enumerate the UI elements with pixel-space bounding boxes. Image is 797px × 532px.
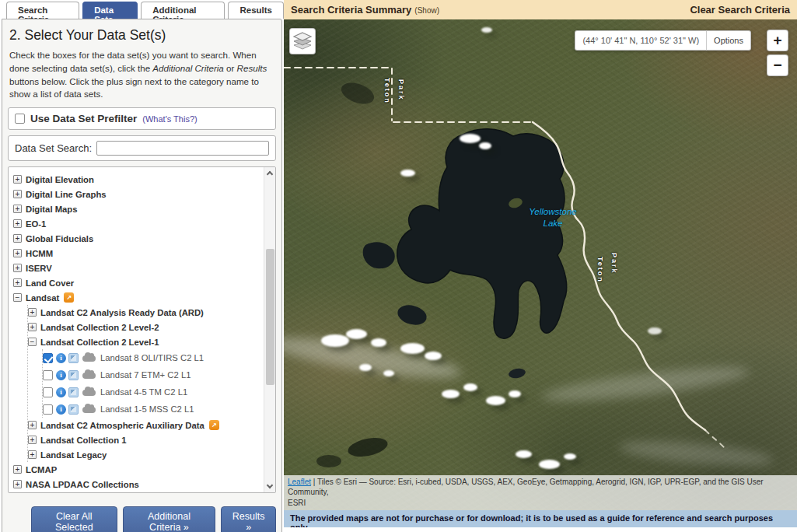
preview-icon[interactable] xyxy=(68,353,79,363)
info-icon[interactable]: i xyxy=(56,370,66,380)
cloud xyxy=(539,460,560,469)
dataset-checkbox[interactable] xyxy=(43,404,53,415)
expand-icon[interactable]: + xyxy=(13,278,22,287)
leaflet-link[interactable]: Leaflet xyxy=(288,478,311,486)
category-label: Landsat Collection 2 Level-1 xyxy=(40,338,159,347)
expand-icon[interactable]: + xyxy=(13,264,22,272)
tree-branch-row[interactable]: +Landsat Legacy xyxy=(28,447,264,462)
dataset-label: Landsat 4-5 TM C2 L1 xyxy=(100,387,187,397)
info-icon[interactable]: i xyxy=(56,387,66,397)
layers-control-button[interactable] xyxy=(289,28,316,54)
tree-branch-row[interactable]: +Digital Elevation xyxy=(13,172,264,187)
tree-branch-row[interactable]: +Global Fiducials xyxy=(13,231,264,246)
tree-children-group: +Landsat C2 Analysis Ready Data (ARD)+La… xyxy=(27,305,264,462)
expand-icon[interactable]: + xyxy=(13,234,22,243)
clear-search-criteria-link[interactable]: Clear Search Criteria xyxy=(690,4,790,16)
tab-bar: Search Criteria Data Sets Additional Cri… xyxy=(0,0,284,19)
expand-icon[interactable]: + xyxy=(28,450,37,459)
tree-branch-row[interactable]: +Digital Maps xyxy=(13,201,264,216)
new-dataset-badge-icon: ↗ xyxy=(209,420,219,430)
dataset-row[interactable]: iLandsat 8 OLI/TIRS C2 L1 xyxy=(43,349,264,366)
tree-branch-row[interactable]: +EO-1 xyxy=(13,216,264,231)
map-viewport[interactable]: Yellowstone Lake Teton Park Teton Park (… xyxy=(284,19,797,510)
prefilter-checkbox[interactable] xyxy=(15,114,25,124)
scroll-up-icon[interactable] xyxy=(267,171,273,177)
layers-icon xyxy=(292,32,313,51)
preview-icon[interactable] xyxy=(68,404,79,415)
clear-all-selected-button[interactable]: Clear All Selected xyxy=(31,506,117,532)
lake-label-line1: Yellowstone xyxy=(522,206,584,218)
cloud xyxy=(564,453,576,460)
results-button[interactable]: Results » xyxy=(221,506,276,532)
search-criteria-summary-title: Search Criteria Summary(Show) xyxy=(291,4,439,16)
dataset-label: Landsat 7 ETM+ C2 L1 xyxy=(100,370,191,380)
info-icon[interactable]: i xyxy=(56,404,66,415)
show-link[interactable]: (Show) xyxy=(414,6,439,15)
category-label: NASA LPDAAC Collections xyxy=(26,480,139,489)
dataset-row[interactable]: iLandsat 1-5 MSS C2 L1 xyxy=(43,401,264,418)
expand-icon[interactable]: + xyxy=(13,190,22,198)
summary-title-text: Search Criteria Summary xyxy=(291,4,411,16)
expand-icon[interactable]: + xyxy=(28,323,37,331)
heart-lake-shape xyxy=(508,367,526,380)
dataset-search-input[interactable] xyxy=(96,141,269,156)
tab-search-criteria[interactable]: Search Criteria xyxy=(6,2,79,19)
tree-branch-row[interactable]: +NASA LPDAAC Collections xyxy=(13,477,264,492)
expand-icon[interactable]: + xyxy=(28,308,37,317)
expand-icon[interactable]: + xyxy=(13,249,22,257)
tree-branch-row[interactable]: +Digital Line Graphs xyxy=(13,187,264,201)
new-dataset-badge-icon: ↗ xyxy=(64,292,74,303)
scroll-down-icon[interactable] xyxy=(267,482,273,488)
tree-branch-row[interactable]: +ISERV xyxy=(13,261,264,275)
collapse-icon[interactable]: − xyxy=(28,338,37,346)
category-label: Landsat Legacy xyxy=(40,450,107,460)
tree-branch-row[interactable]: +Landsat Collection 1 xyxy=(28,432,264,447)
dataset-row[interactable]: iLandsat 4-5 TM C2 L1 xyxy=(43,383,264,401)
tree-branch-row[interactable]: +Landsat Collection 2 Level-2 xyxy=(28,320,264,334)
category-label: Global Fiducials xyxy=(26,234,93,243)
preview-icon[interactable] xyxy=(68,387,79,397)
tree-branch-row[interactable]: +LCMAP xyxy=(13,462,264,477)
expand-icon[interactable]: + xyxy=(28,421,37,429)
instructions-run: Results xyxy=(237,63,267,73)
scrollbar-thumb[interactable] xyxy=(266,249,274,385)
dark-forest-patch xyxy=(346,435,389,460)
zoom-out-button[interactable]: − xyxy=(767,54,788,76)
options-button[interactable]: Options xyxy=(707,36,750,45)
cloud xyxy=(371,338,386,347)
dark-forest-patch xyxy=(316,455,341,467)
tab-additional-criteria[interactable]: Additional Criteria xyxy=(141,2,225,19)
lewis-lake-shape xyxy=(396,302,429,327)
category-label: Landsat C2 Analysis Ready Data (ARD) xyxy=(40,308,204,317)
dataset-label: Landsat 1-5 MSS C2 L1 xyxy=(100,404,194,414)
expand-icon[interactable]: + xyxy=(13,175,22,184)
tree-branch-row[interactable]: +HCMM xyxy=(13,246,264,261)
tree-branch-row[interactable]: −Landsat↗ xyxy=(13,290,264,305)
expand-icon[interactable]: + xyxy=(13,219,22,228)
expand-icon[interactable]: + xyxy=(13,465,22,474)
tree-branch-row[interactable]: +Landsat C2 Analysis Ready Data (ARD) xyxy=(28,305,264,320)
teton-label-north: Teton xyxy=(383,78,391,104)
tree-branch-row[interactable]: −Landsat Collection 2 Level-1 xyxy=(28,334,264,349)
additional-criteria-button[interactable]: Additional Criteria » xyxy=(123,506,216,532)
dataset-row[interactable]: iLandsat 7 ETM+ C2 L1 xyxy=(43,366,264,383)
expand-icon[interactable]: + xyxy=(13,480,22,488)
dataset-checkbox[interactable] xyxy=(43,370,53,380)
tree-branch-row[interactable]: +Landsat C2 Atmospheric Auxiliary Data↗ xyxy=(28,418,264,432)
instructions-run: buttons below. Click the plus sign next … xyxy=(9,76,259,100)
preview-icon[interactable] xyxy=(68,370,79,380)
expand-icon[interactable]: + xyxy=(28,436,37,444)
collapse-icon[interactable]: − xyxy=(13,293,22,302)
category-label: Digital Line Graphs xyxy=(26,190,107,199)
expand-icon[interactable]: + xyxy=(13,205,22,213)
tab-results[interactable]: Results xyxy=(228,2,284,19)
tree-scrollbar[interactable] xyxy=(264,167,275,492)
dataset-checkbox[interactable] xyxy=(43,353,53,363)
tab-data-sets[interactable]: Data Sets xyxy=(82,2,138,19)
whats-this-link[interactable]: (What's This?) xyxy=(142,114,197,124)
dataset-checkbox[interactable] xyxy=(43,387,53,397)
info-icon[interactable]: i xyxy=(56,353,66,363)
zoom-in-button[interactable]: + xyxy=(767,30,788,51)
tree-branch-row[interactable]: +Land Cover xyxy=(13,275,264,290)
teton-label-east: Teton xyxy=(596,257,604,283)
